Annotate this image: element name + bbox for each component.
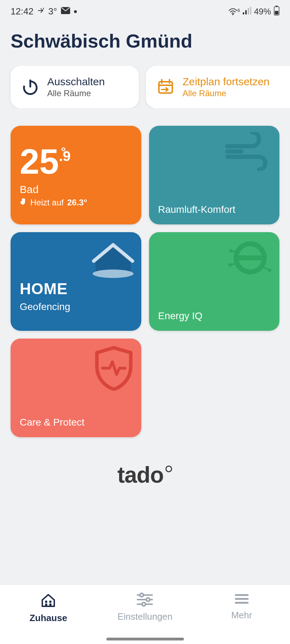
svg-point-32 [146, 598, 150, 601]
room-temp: 25 ° .9 [20, 135, 132, 177]
manual-hand-icon [20, 198, 27, 208]
battery-icon [274, 6, 279, 18]
wifi-gen-label: 6 [237, 8, 240, 13]
battery-percent: 49% [254, 7, 271, 17]
menu-icon [234, 592, 250, 607]
room-temp-dec: ° .9 [59, 145, 70, 164]
nav-home-label: Zuhause [30, 613, 67, 624]
svg-point-30 [140, 593, 143, 597]
status-outdoor-temp: 3° [48, 6, 57, 17]
status-time: 12:42 [11, 6, 33, 17]
resume-sub: Alle Räume [183, 88, 270, 98]
notification-dot-icon [74, 10, 77, 13]
svg-rect-28 [49, 603, 51, 606]
turn-off-all-button[interactable]: Ausschalten Alle Räume [11, 66, 139, 108]
sliders-icon [136, 592, 154, 608]
bottom-nav: Zuhause Einstellungen Mehr [0, 584, 290, 644]
geofence-state: HOME [20, 280, 132, 298]
nav-home[interactable]: Zuhause [0, 592, 96, 624]
svg-line-23 [263, 267, 270, 270]
svg-rect-26 [49, 601, 51, 603]
nav-settings-label: Einstellungen [117, 611, 172, 622]
call-forward-icon [37, 6, 45, 17]
care-protect-tile[interactable]: Care & Protect [11, 339, 141, 437]
svg-point-15 [93, 270, 134, 278]
room-status-target: 26.3° [67, 198, 87, 208]
home-icon [40, 592, 56, 610]
svg-rect-3 [245, 10, 247, 14]
air-comfort-label: Raumluft-Komfort [158, 204, 235, 215]
brand-logo: tado [0, 462, 290, 488]
home-name-title: Schwäbisch Gmünd [0, 19, 290, 66]
wifi-icon: 6 [228, 8, 240, 16]
resume-schedule-button[interactable]: Zeitplan fortsetzen Alle Räume [146, 66, 290, 108]
status-left: 12:42 3° [11, 6, 77, 17]
turn-off-sub: Alle Räume [47, 88, 105, 98]
quick-actions-row: Ausschalten Alle Räume Zeitplan fortsetz… [0, 66, 290, 108]
turn-off-texts: Ausschalten Alle Räume [47, 76, 105, 98]
air-comfort-tile[interactable]: Raumluft-Komfort [149, 126, 280, 224]
room-status: Heizt auf 26.3° [20, 198, 132, 208]
svg-rect-5 [250, 7, 251, 14]
shield-pulse-icon [93, 345, 135, 392]
tiles-grid: 25 ° .9 Bad Heizt auf 26.3° Raumluft-Kom… [0, 108, 290, 448]
power-icon [21, 78, 39, 96]
nav-settings[interactable]: Einstellungen [97, 592, 193, 622]
room-temp-degree: ° [61, 145, 66, 159]
room-status-prefix: Heizt auf [30, 198, 64, 208]
home-snow-icon [85, 236, 138, 279]
signal-icon [243, 7, 251, 17]
energy-e-icon [220, 239, 273, 282]
calendar-resume-icon [156, 78, 175, 96]
room-tile-bad[interactable]: 25 ° .9 Bad Heizt auf 26.3° [11, 126, 141, 224]
wind-icon [224, 132, 273, 172]
geofence-label: Geofencing [20, 301, 132, 312]
svg-point-34 [142, 602, 146, 606]
svg-rect-8 [275, 11, 278, 14]
status-right: 6 49% [228, 6, 279, 18]
gesture-handle[interactable] [106, 638, 184, 640]
brand-degree-icon [165, 463, 173, 475]
mail-icon [61, 6, 70, 17]
energy-iq-tile[interactable]: Energy IQ [149, 232, 280, 331]
svg-rect-25 [45, 601, 47, 603]
room-temp-int: 25 [20, 145, 59, 177]
turn-off-title: Ausschalten [47, 76, 105, 88]
svg-rect-4 [248, 8, 249, 14]
room-name: Bad [20, 184, 132, 196]
care-protect-label: Care & Protect [20, 417, 85, 428]
energy-iq-label: Energy IQ [158, 310, 203, 322]
status-bar: 12:42 3° 6 49% [0, 0, 290, 19]
resume-title: Zeitplan fortsetzen [183, 76, 270, 88]
svg-point-24 [166, 466, 172, 472]
svg-point-1 [232, 14, 234, 15]
nav-more[interactable]: Mehr [194, 592, 290, 621]
resume-texts: Zeitplan fortsetzen Alle Räume [183, 76, 270, 98]
svg-rect-27 [45, 603, 47, 606]
nav-more-label: Mehr [231, 610, 252, 621]
brand-name: tado [117, 462, 163, 488]
svg-rect-2 [243, 12, 244, 14]
geofencing-tile[interactable]: HOME Geofencing [11, 232, 141, 331]
